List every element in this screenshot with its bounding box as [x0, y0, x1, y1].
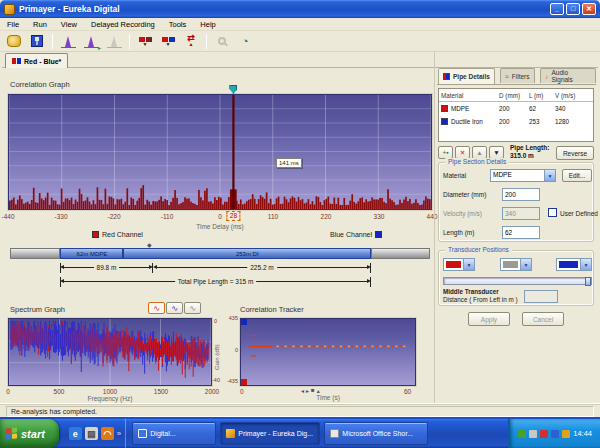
task-primayer[interactable]: Primayer - Eureka Dig... [220, 422, 320, 445]
menu-tools[interactable]: Tools [162, 20, 194, 29]
correlation-plot[interactable] [8, 94, 432, 210]
material-combo[interactable]: MDPE ▼ [490, 169, 556, 182]
correlation-tracker-plot[interactable] [240, 318, 416, 386]
slider-thumb[interactable] [585, 277, 591, 286]
document-tabstrip: Red - Blue* [2, 52, 598, 68]
left-transducer-combo[interactable]: ▼ [443, 258, 475, 271]
correlation-graph-title: Correlation Graph [10, 80, 70, 89]
chevron-down-icon[interactable]: ▼ [463, 259, 474, 270]
task-digital[interactable]: Digital... [132, 422, 216, 445]
correlation-cursor-marker[interactable] [229, 85, 237, 94]
middle-distance-field[interactable] [524, 290, 558, 303]
correlation-zoom-button[interactable]: ▸ [80, 32, 102, 51]
blue-channel-legend: Blue Channel [330, 231, 382, 238]
overflow-chevron-icon[interactable]: » [117, 429, 121, 438]
pipe-section-details-title: Pipe Section Details [445, 158, 509, 165]
menu-bar: File Run View Delayed Recording Tools He… [0, 18, 600, 31]
col-diameter: D (mm) [499, 92, 529, 99]
menu-run[interactable]: Run [26, 20, 54, 29]
tray-network-icon[interactable] [551, 430, 559, 438]
menu-view[interactable]: View [54, 20, 84, 29]
right-span-measure: 225.2 m [153, 263, 371, 273]
tray-shield-icon[interactable] [518, 430, 526, 438]
length-field[interactable] [502, 226, 540, 239]
media-player-icon[interactable]: ◠ [101, 427, 114, 440]
pipe-segment-mdpe[interactable]: 62m MDPE [60, 248, 123, 259]
chevron-down-icon[interactable]: ▼ [520, 259, 531, 270]
apply-button[interactable]: Apply [468, 312, 510, 326]
tab-audio-signals[interactable]: ♪ Audio Signals [540, 68, 596, 83]
mdpe-color-icon [441, 105, 448, 112]
tracker-red-corner [241, 379, 247, 385]
table-row[interactable]: Ductile Iron 200 253 1280 [439, 115, 593, 128]
task-office[interactable]: Microsoft Office Shor... [324, 422, 428, 445]
task-icon [330, 429, 339, 438]
blue-transducer-swatch [559, 261, 578, 268]
correlation-x-ticks: 28 -440-330-220-1100110220330440 [8, 213, 432, 222]
spectrum-plot[interactable] [8, 318, 212, 386]
minimize-button[interactable]: _ [550, 3, 564, 15]
tray-device-icon[interactable] [529, 430, 537, 438]
download-red-logger-button[interactable]: ▼ [134, 32, 156, 51]
internet-explorer-icon[interactable]: e [69, 427, 82, 440]
new-correlation-button[interactable] [3, 32, 25, 51]
close-button[interactable]: ✕ [582, 3, 596, 15]
maximize-button[interactable]: □ [566, 3, 580, 15]
window-titlebar[interactable]: Primayer - Eureka Digital _ □ ✕ [0, 0, 600, 18]
tray-alert-icon[interactable] [540, 430, 548, 438]
toolbar: ▸ ▼ ▼ ⇄▲ ◔ [0, 31, 600, 52]
both-waves-toggle[interactable]: ∿ [184, 302, 201, 314]
tab-red-blue[interactable]: Red - Blue* [5, 53, 68, 68]
velocity-field[interactable] [502, 207, 540, 220]
menu-help[interactable]: Help [193, 20, 222, 29]
table-row[interactable]: MDPE 200 62 340 [439, 102, 593, 115]
diameter-field[interactable] [502, 188, 540, 201]
correlation-tracker-title: Correlation Tracker [240, 305, 304, 314]
pipe-length-label: Pipe Length: [510, 144, 549, 152]
menu-file[interactable]: File [0, 20, 26, 29]
peak-zoom-icon: ▸ [84, 35, 99, 48]
chevron-down-icon[interactable]: ▼ [544, 170, 555, 181]
middle-transducer-combo[interactable]: ▼ [500, 258, 532, 271]
zoom-button[interactable] [211, 32, 233, 51]
reverse-button[interactable]: Reverse [556, 146, 594, 160]
cursor-tick[interactable]: 28 [227, 211, 240, 221]
system-tray: 14:44 [508, 419, 600, 448]
world-button[interactable]: ◔ [234, 32, 256, 51]
cancel-button[interactable]: Cancel [522, 312, 564, 326]
transducer-position-slider[interactable] [443, 277, 592, 285]
correlation-graph-button[interactable] [57, 32, 79, 51]
tracker-plot-svg [241, 319, 415, 385]
pipe-table-header: Material D (mm) L (m) V (m/s) [439, 89, 593, 102]
show-desktop-icon[interactable]: ▤ [85, 427, 98, 440]
middle-transducer-marker[interactable]: ◆ [147, 241, 152, 248]
blue-wave-toggle[interactable]: ∿ [166, 302, 183, 314]
taskbar-clock[interactable]: 14:44 [573, 429, 592, 438]
col-material: Material [441, 92, 499, 99]
tab-pipe-details[interactable]: Pipe Details [438, 68, 495, 84]
transducer-spacing-button[interactable]: ⇄▲ [180, 32, 202, 51]
tick-label: -330 [54, 213, 67, 220]
right-transducer-combo[interactable]: ▼ [556, 258, 592, 271]
edit-material-button[interactable]: Edit... [562, 169, 592, 182]
pipe-segment-di[interactable]: 253m DI [123, 248, 371, 259]
material-label: Material [443, 172, 466, 179]
peak-locked-icon [107, 35, 122, 48]
user-defined-label: User Defined [560, 210, 598, 217]
tracker-up-button[interactable]: ▴ [316, 387, 321, 394]
audio-signals-icon: ♪ [545, 73, 549, 80]
spectrum-x-axis-label: Frequency (Hz) [8, 395, 212, 402]
tab-filters[interactable]: ≈ Filters [500, 68, 535, 83]
transducer-spacing-icon: ⇄▲ [187, 35, 195, 47]
red-wave-toggle[interactable]: ∿ [148, 302, 165, 314]
chevron-down-icon[interactable]: ▼ [580, 259, 591, 270]
save-button[interactable] [26, 32, 48, 51]
tray-volume-icon[interactable] [562, 430, 570, 438]
tick-label: 1500 [154, 388, 168, 395]
menu-delayed-recording[interactable]: Delayed Recording [84, 20, 162, 29]
correlation-locked-button[interactable] [103, 32, 125, 51]
tick-label: 0 [218, 213, 222, 220]
download-blue-logger-button[interactable]: ▼ [157, 32, 179, 51]
user-defined-checkbox[interactable] [548, 208, 557, 217]
start-button[interactable]: start [0, 419, 59, 448]
